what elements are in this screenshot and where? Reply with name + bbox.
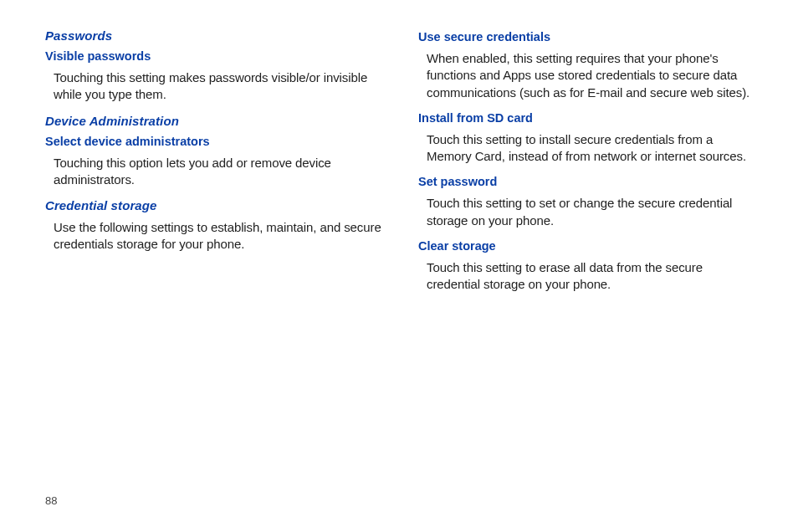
right-column: Use secure credentials When enabled, thi… [418,25,758,303]
section-heading-credential-storage: Credential storage [45,198,385,212]
two-column-layout: Passwords Visible passwords Touching thi… [45,25,758,303]
sub-heading-use-secure-credentials: Use secure credentials [418,30,758,43]
body-select-device-administrators: Touching this option lets you add or rem… [54,155,385,189]
section-heading-device-administration: Device Administration [45,114,385,128]
manual-page: Passwords Visible passwords Touching thi… [0,0,798,532]
sub-heading-set-password: Set password [418,175,758,188]
page-number: 88 [45,494,57,507]
body-install-from-sd-card: Touch this setting to install secure cre… [427,131,758,166]
sub-heading-install-from-sd-card: Install from SD card [418,111,758,125]
sub-heading-select-device-administrators: Select device administrators [45,135,385,148]
body-visible-passwords: Touching this setting makes passwords vi… [54,69,385,104]
sub-heading-visible-passwords: Visible passwords [45,49,385,63]
body-set-password: Touch this setting to set or change the … [427,195,758,229]
body-clear-storage: Touch this setting to erase all data fro… [427,259,758,294]
sub-heading-clear-storage: Clear storage [418,239,758,253]
section-heading-passwords: Passwords [45,28,385,43]
left-column: Passwords Visible passwords Touching thi… [45,25,385,303]
body-credential-storage: Use the following settings to establish,… [54,219,385,253]
body-use-secure-credentials: When enabled, this setting requires that… [427,50,758,101]
